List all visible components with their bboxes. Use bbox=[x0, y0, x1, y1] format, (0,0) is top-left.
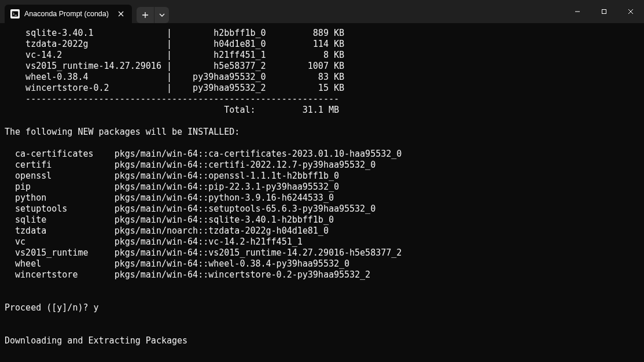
terminal-output[interactable]: sqlite-3.40.1 | h2bbff1b_0 889 KB tzdata… bbox=[0, 23, 644, 351]
terminal-icon bbox=[10, 9, 20, 19]
new-tab-button[interactable] bbox=[137, 7, 154, 23]
close-button[interactable] bbox=[617, 0, 644, 23]
svg-rect-1 bbox=[602, 10, 606, 14]
new-tab-group bbox=[137, 7, 169, 23]
maximize-button[interactable] bbox=[591, 0, 617, 23]
minimize-button[interactable] bbox=[564, 0, 591, 23]
tab-close-button[interactable] bbox=[116, 9, 126, 19]
titlebar-drag-region[interactable] bbox=[169, 0, 564, 23]
tab-strip: Anaconda Prompt (conda) bbox=[0, 0, 169, 23]
new-tab-dropdown[interactable] bbox=[154, 7, 169, 23]
tab-title: Anaconda Prompt (conda) bbox=[24, 10, 111, 18]
window-controls bbox=[564, 0, 644, 23]
tab-anaconda-prompt[interactable]: Anaconda Prompt (conda) bbox=[5, 5, 132, 23]
titlebar: Anaconda Prompt (conda) bbox=[0, 0, 644, 23]
svg-rect-0 bbox=[12, 12, 19, 17]
